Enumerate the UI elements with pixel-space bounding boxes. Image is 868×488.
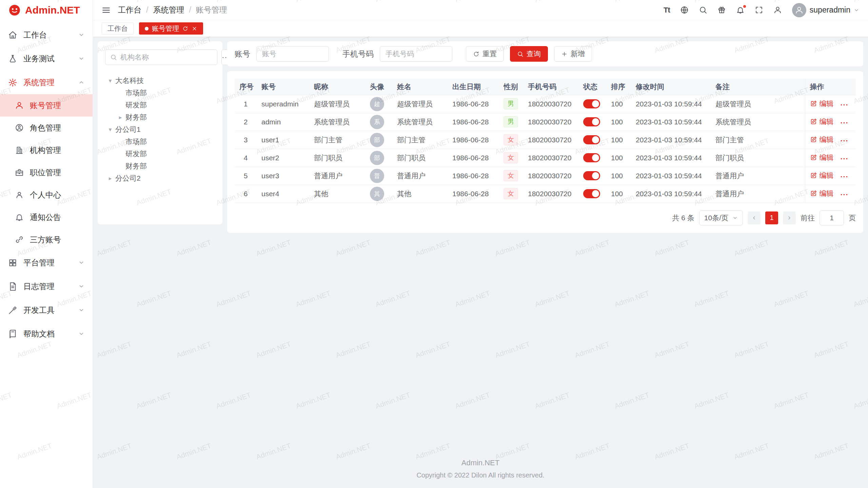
row-more-button[interactable]: ··· <box>841 119 849 126</box>
tree-node[interactable]: ▾分公司1 <box>105 123 215 136</box>
table-row: 4user2部门职员部部门职员1986-06-28女18020030720100… <box>235 149 856 167</box>
add-button[interactable]: 新增 <box>554 46 592 62</box>
gender-badge: 女 <box>504 170 518 181</box>
sidebar-item-5[interactable]: 开发工具 <box>0 298 93 322</box>
tree-node[interactable]: 研发部 <box>105 148 215 160</box>
sidebar-subitem-2-5[interactable]: 通知公告 <box>0 206 93 228</box>
cell-gender: 女 <box>498 185 523 203</box>
status-toggle[interactable] <box>583 135 600 144</box>
account-icon[interactable] <box>773 6 782 14</box>
status-toggle[interactable] <box>583 99 600 108</box>
goto-page-input[interactable] <box>820 210 844 225</box>
tab-item-0[interactable]: 工作台 <box>102 22 134 35</box>
language-icon[interactable] <box>680 6 689 14</box>
edit-label: 编辑 <box>820 189 834 198</box>
cell-remark: 部门主管 <box>711 131 805 149</box>
page-size-label: 10条/页 <box>704 213 728 223</box>
chevron-down-icon <box>78 32 84 38</box>
grid-icon <box>8 258 17 267</box>
column-header: 性别 <box>498 79 523 95</box>
cell-sort: 100 <box>606 167 631 185</box>
tabs-bar: 工作台账号管理 <box>93 20 868 37</box>
search-button[interactable]: 查询 <box>510 46 548 62</box>
app-root: Admin.NET 工作台业务测试系统管理账号管理角色管理机构管理职位管理个人中… <box>0 0 868 488</box>
tree-node[interactable]: ▸分公司2 <box>105 172 215 184</box>
cell-remark: 普通用户 <box>711 185 805 203</box>
tree-node[interactable]: 研发部 <box>105 99 215 111</box>
sidebar-subitem-2-6[interactable]: 三方账号 <box>0 228 93 251</box>
caret-right-icon[interactable]: ▸ <box>105 175 115 182</box>
prev-page-button[interactable] <box>748 211 761 224</box>
row-more-button[interactable]: ··· <box>841 101 849 108</box>
notification-icon[interactable] <box>736 6 745 14</box>
edit-button[interactable]: 编辑 <box>810 135 834 144</box>
caret-down-icon[interactable]: ▾ <box>105 77 115 84</box>
row-more-button[interactable]: ··· <box>841 137 849 144</box>
hamburger-icon[interactable] <box>102 6 111 15</box>
cell-name: 部门主管 <box>392 131 448 149</box>
gift-icon[interactable] <box>717 6 726 14</box>
phone-label: 手机号码 <box>342 49 374 59</box>
sidebar-item-3[interactable]: 平台管理 <box>0 251 93 274</box>
sidebar-item-label: 业务测试 <box>23 54 55 64</box>
next-page-button[interactable] <box>783 211 796 224</box>
tree-node[interactable]: 市场部 <box>105 87 215 99</box>
edit-button[interactable]: 编辑 <box>810 117 834 126</box>
row-more-button[interactable]: ··· <box>841 172 849 180</box>
table-row: 6user4其他其其他1986-06-28女180200307201002023… <box>235 185 856 203</box>
page-number-button[interactable]: 1 <box>765 211 778 224</box>
tab-close-icon[interactable] <box>192 26 197 32</box>
edit-button[interactable]: 编辑 <box>810 99 834 108</box>
page-size-select[interactable]: 10条/页 <box>699 210 743 225</box>
sidebar-item-1[interactable]: 业务测试 <box>0 47 93 70</box>
column-header: 姓名 <box>392 79 448 95</box>
sidebar-subitem-2-1[interactable]: 角色管理 <box>0 117 93 139</box>
cell-name: 普通用户 <box>392 167 448 185</box>
sidebar-item-0[interactable]: 工作台 <box>0 23 93 47</box>
row-more-button[interactable]: ··· <box>841 190 849 198</box>
search-icon[interactable] <box>699 6 707 14</box>
sidebar-item-2[interactable]: 系统管理 <box>0 70 93 94</box>
breadcrumb-item[interactable]: 工作台 <box>118 5 141 15</box>
caret-right-icon[interactable]: ▸ <box>115 114 125 121</box>
breadcrumb-item[interactable]: 系统管理 <box>153 5 184 15</box>
cell-birthday: 1986-06-28 <box>448 131 498 149</box>
right-column: 账号 手机号码 重置 查询 新增 序号账号昵称头像姓名出生日期性别手机号码状态排… <box>227 41 863 233</box>
sidebar-item-6[interactable]: 帮助文档 <box>0 322 93 346</box>
tab-refresh-icon[interactable] <box>182 26 188 32</box>
user-menu[interactable]: superadmin <box>792 3 859 17</box>
status-toggle[interactable] <box>583 117 600 126</box>
sidebar-subitem-2-4[interactable]: 个人中心 <box>0 184 93 206</box>
status-toggle[interactable] <box>583 171 600 180</box>
sidebar-subitem-2-2[interactable]: 机构管理 <box>0 139 93 161</box>
edit-icon <box>810 136 817 143</box>
org-search-input[interactable] <box>120 53 212 61</box>
status-toggle[interactable] <box>583 189 600 198</box>
edit-button[interactable]: 编辑 <box>810 153 834 162</box>
tree-node[interactable]: ▸财务部 <box>105 111 215 123</box>
cell-nickname: 部门主管 <box>309 131 362 149</box>
sidebar-subitem-2-3[interactable]: 职位管理 <box>0 161 93 184</box>
cell-avatar-wrap: 部 <box>362 149 392 167</box>
account-input[interactable] <box>256 46 329 62</box>
row-avatar: 超 <box>370 97 384 111</box>
sidebar-subitem-2-0[interactable]: 账号管理 <box>0 94 93 117</box>
caret-down-icon[interactable]: ▾ <box>105 126 115 133</box>
tree-node[interactable]: ▾大名科技 <box>105 75 215 87</box>
gender-badge: 女 <box>504 134 518 145</box>
column-header: 账号 <box>257 79 309 95</box>
org-search-row: ··· <box>105 49 215 65</box>
edit-button[interactable]: 编辑 <box>810 171 834 180</box>
reset-button[interactable]: 重置 <box>466 46 504 62</box>
font-size-icon[interactable]: Tt <box>664 6 670 15</box>
phone-input[interactable] <box>380 46 452 62</box>
notification-badge-dot <box>743 4 747 8</box>
sidebar-item-4[interactable]: 日志管理 <box>0 274 93 298</box>
edit-button[interactable]: 编辑 <box>810 189 834 198</box>
fullscreen-icon[interactable] <box>755 6 763 14</box>
tab-item-1[interactable]: 账号管理 <box>139 22 203 35</box>
status-toggle[interactable] <box>583 153 600 162</box>
tree-node[interactable]: 市场部 <box>105 136 215 148</box>
row-more-button[interactable]: ··· <box>841 155 849 162</box>
tree-node[interactable]: 财务部 <box>105 160 215 172</box>
